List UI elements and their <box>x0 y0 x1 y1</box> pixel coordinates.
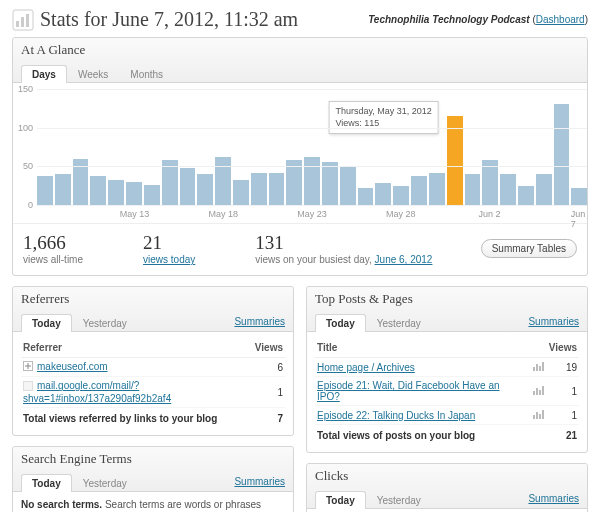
search-tab-yesterday[interactable]: Yesterday <box>72 474 138 492</box>
chart-bar[interactable] <box>393 186 409 205</box>
x-tick: Jun 7 <box>571 209 586 229</box>
topposts-tab-yesterday[interactable]: Yesterday <box>366 314 432 332</box>
dashboard-link[interactable]: Dashboard <box>536 14 585 25</box>
tooltip-date: Thursday, May 31, 2012 <box>335 106 431 118</box>
table-row: makeuseof.com6 <box>21 358 285 377</box>
x-tick: May 23 <box>297 209 327 219</box>
chart-bar[interactable] <box>536 174 552 205</box>
svg-rect-18 <box>539 414 541 419</box>
chart-bar[interactable] <box>411 176 427 205</box>
y-tick: 50 <box>23 161 33 171</box>
y-tick: 0 <box>28 200 33 210</box>
chart-bar[interactable] <box>269 173 285 205</box>
table-row: Episode 22: Talking Ducks In Japan1 <box>315 406 579 425</box>
tab-months[interactable]: Months <box>119 65 174 83</box>
search-terms-panel: Search Engine Terms Today Yesterday Summ… <box>12 446 294 512</box>
table-row: Home page / Archives19 <box>315 358 579 377</box>
chart-bar[interactable] <box>554 104 570 205</box>
topposts-summaries-link[interactable]: Summaries <box>528 316 579 327</box>
chart-bar[interactable] <box>304 157 320 205</box>
clicks-summaries-link[interactable]: Summaries <box>528 493 579 504</box>
stat-alltime-value: 1,666 <box>23 232 83 254</box>
chart-bar[interactable] <box>447 116 463 205</box>
chart-bar[interactable] <box>108 180 124 205</box>
referrer-link[interactable]: makeuseof.com <box>37 361 108 372</box>
chart-bar[interactable] <box>126 182 142 205</box>
sparkline-icon[interactable] <box>533 385 545 395</box>
stat-busiest-value: 131 <box>255 232 480 254</box>
chart-bar[interactable] <box>375 183 391 205</box>
topposts-col-title: Title <box>315 338 521 358</box>
referrers-summaries-link[interactable]: Summaries <box>234 316 285 327</box>
post-link[interactable]: Home page / Archives <box>317 362 415 373</box>
post-views: 1 <box>547 406 579 425</box>
referrers-col-referrer: Referrer <box>21 338 253 358</box>
svg-rect-14 <box>539 390 541 395</box>
expand-icon[interactable] <box>23 361 33 373</box>
search-summaries-link[interactable]: Summaries <box>234 476 285 487</box>
topposts-tab-today[interactable]: Today <box>315 314 366 332</box>
svg-rect-10 <box>539 366 541 371</box>
topposts-col-views: Views <box>547 338 579 358</box>
search-tab-today[interactable]: Today <box>21 474 72 492</box>
topposts-total-label: Total views of posts on your blog <box>315 425 547 445</box>
stat-alltime-label: views all-time <box>23 254 83 265</box>
referrers-total-label: Total views referred by links to your bl… <box>21 407 253 427</box>
at-a-glance-panel: At A Glance Days Weeks Months 050100150 … <box>12 37 588 276</box>
chart-bar[interactable] <box>215 157 231 205</box>
chart-bar[interactable] <box>55 174 71 205</box>
topposts-total-value: 21 <box>547 425 579 445</box>
stat-today-value: 21 <box>143 232 195 254</box>
chart-bar[interactable] <box>144 185 160 205</box>
tooltip-views-value: 115 <box>364 118 379 128</box>
clicks-panel: Clicks Today Yesterday Summaries URL Cli… <box>306 463 588 512</box>
chart-bar[interactable] <box>322 162 338 205</box>
chart-bar[interactable] <box>197 174 213 205</box>
referrers-tab-today[interactable]: Today <box>21 314 72 332</box>
summary-tables-button[interactable]: Summary Tables <box>481 239 577 258</box>
table-row: Episode 21: Wait, Did Facebook Have an I… <box>315 377 579 406</box>
stat-busiest-date-link[interactable]: June 6, 2012 <box>375 254 433 265</box>
x-tick: May 18 <box>209 209 239 219</box>
table-row: mail.google.com/mail/?shva=1#inbox/137a2… <box>21 377 285 407</box>
chart-bar[interactable] <box>90 176 106 205</box>
chart-bar[interactable] <box>340 166 356 205</box>
referrers-total-value: 7 <box>253 407 285 427</box>
referrers-table: Referrer Views makeuseof.com6mail.google… <box>21 338 285 427</box>
stat-busiest-label: views on your busiest day, <box>255 254 372 265</box>
sparkline-icon[interactable] <box>533 409 545 419</box>
chart-bar[interactable] <box>518 186 534 205</box>
clicks-tab-today[interactable]: Today <box>315 491 366 509</box>
svg-rect-7 <box>24 381 33 390</box>
svg-rect-12 <box>533 391 535 395</box>
chart-bar[interactable] <box>233 180 249 205</box>
svg-rect-16 <box>533 415 535 419</box>
referrers-col-views: Views <box>253 338 285 358</box>
svg-rect-15 <box>542 386 544 395</box>
y-tick: 100 <box>18 123 33 133</box>
chart-bar[interactable] <box>37 176 53 205</box>
tab-weeks[interactable]: Weeks <box>67 65 119 83</box>
chart-bar[interactable] <box>251 173 267 205</box>
chart-bar[interactable] <box>571 188 587 205</box>
referrers-tab-yesterday[interactable]: Yesterday <box>72 314 138 332</box>
chart-bar[interactable] <box>429 173 445 205</box>
views-chart[interactable]: 050100150 May 13May 18May 23May 28Jun 2J… <box>13 83 587 223</box>
chart-bar[interactable] <box>358 188 374 205</box>
post-link[interactable]: Episode 21: Wait, Did Facebook Have an I… <box>317 380 500 402</box>
x-tick: May 13 <box>120 209 150 219</box>
post-views: 19 <box>547 358 579 377</box>
tab-days[interactable]: Days <box>21 65 67 83</box>
blank-icon <box>23 381 33 393</box>
chart-bar[interactable] <box>500 174 516 205</box>
chart-bar[interactable] <box>180 168 196 205</box>
clicks-tab-yesterday[interactable]: Yesterday <box>366 491 432 509</box>
chart-bar[interactable] <box>465 174 481 205</box>
at-a-glance-title: At A Glance <box>21 42 579 62</box>
referrer-views: 6 <box>253 358 285 377</box>
referrer-link[interactable]: mail.google.com/mail/?shva=1#inbox/137a2… <box>23 380 171 403</box>
svg-rect-13 <box>536 388 538 395</box>
sparkline-icon[interactable] <box>533 361 545 371</box>
stat-today-link[interactable]: views today <box>143 254 195 265</box>
post-link[interactable]: Episode 22: Talking Ducks In Japan <box>317 410 475 421</box>
